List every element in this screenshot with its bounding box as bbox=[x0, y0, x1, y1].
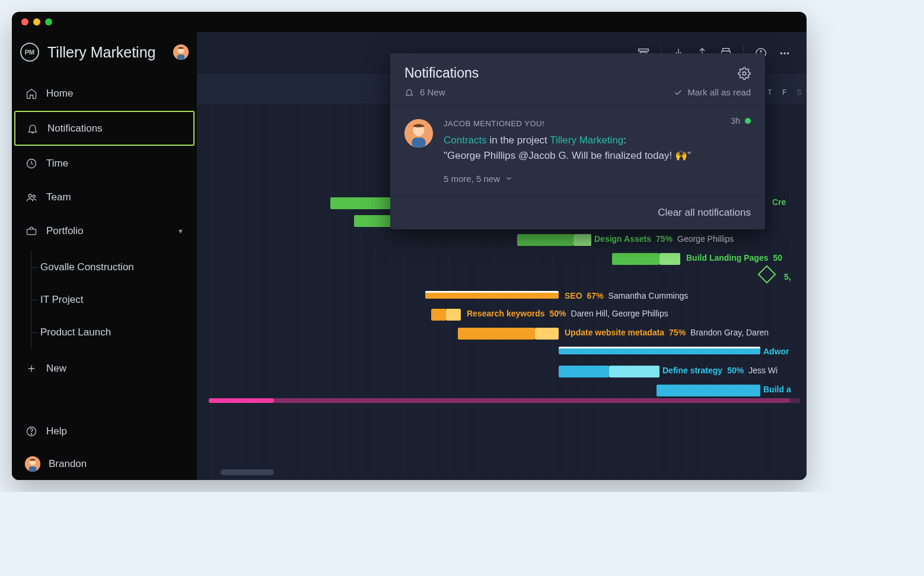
window-traffic-lights bbox=[12, 12, 807, 32]
gantt-bar-label: Build a bbox=[763, 385, 791, 394]
gantt-bar-remaining bbox=[446, 309, 461, 321]
gantt-bar-remaining bbox=[535, 328, 559, 340]
gantt-bar-label: Define strategy50%Jess Wi bbox=[662, 366, 778, 375]
new-count: 6 New bbox=[420, 87, 445, 97]
svg-point-8 bbox=[31, 433, 31, 434]
sidebar-item-time[interactable]: Time bbox=[12, 147, 197, 180]
popover-title: Notifications bbox=[404, 65, 479, 81]
gantt-bar-label: Research keywords50%Daren Hill, George P… bbox=[467, 309, 668, 318]
svg-point-21 bbox=[760, 50, 761, 52]
chevron-down-icon bbox=[505, 174, 513, 183]
app-window: PM Tillery Marketing Home Notifications bbox=[12, 12, 807, 480]
close-window-icon[interactable] bbox=[21, 18, 28, 25]
progress-track-bg bbox=[209, 398, 801, 403]
gantt-bar-label: 5, bbox=[784, 272, 791, 281]
portfolio-sublist: Govalle Construction IT Project Product … bbox=[12, 249, 197, 352]
sidebar-item-label: Notifications bbox=[47, 123, 103, 135]
sidebar-item-label: Time bbox=[46, 158, 68, 169]
svg-point-22 bbox=[780, 52, 782, 54]
header-avatar[interactable] bbox=[173, 44, 189, 60]
gantt-bar-label: Cre bbox=[772, 197, 786, 207]
avatar bbox=[25, 456, 40, 472]
portfolio-child[interactable]: Product Launch bbox=[40, 316, 197, 348]
gear-icon[interactable] bbox=[738, 67, 751, 80]
sidebar-item-portfolio[interactable]: Portfolio ▼ bbox=[12, 215, 197, 247]
svg-point-23 bbox=[783, 52, 785, 54]
progress-track-fill bbox=[209, 398, 268, 403]
portfolio-child[interactable]: IT Project bbox=[40, 283, 197, 316]
gantt-bar-label: Update website metadata75%Brandon Gray, … bbox=[565, 328, 769, 337]
more-icon[interactable] bbox=[778, 47, 791, 60]
bell-small-icon bbox=[404, 88, 414, 97]
sidebar-item-label: Home bbox=[46, 88, 73, 100]
notification-time: 3h bbox=[731, 116, 751, 126]
svg-rect-11 bbox=[29, 466, 37, 471]
sidebar-user[interactable]: Brandon bbox=[12, 447, 197, 480]
mark-all-read-button[interactable]: Mark all as read bbox=[673, 87, 751, 97]
mark-all-label: Mark all as read bbox=[687, 87, 751, 97]
sidebar-user-name: Brandon bbox=[49, 458, 87, 470]
sidebar-item-label: Portfolio bbox=[46, 225, 83, 237]
svg-point-4 bbox=[28, 194, 31, 197]
home-icon bbox=[25, 88, 38, 100]
notification-expand[interactable]: 5 more, 5 new bbox=[444, 172, 751, 184]
sidebar-item-new[interactable]: New bbox=[12, 352, 197, 385]
notification-text: Contracts in the project Tillery Marketi… bbox=[444, 133, 751, 148]
gantt-bar-remaining bbox=[609, 366, 659, 377]
gantt-bar[interactable] bbox=[517, 234, 573, 246]
gantt-bar-label: Build Landing Pages50 bbox=[686, 253, 782, 263]
sidebar: PM Tillery Marketing Home Notifications bbox=[12, 32, 197, 480]
notification-link[interactable]: Contracts bbox=[444, 135, 487, 146]
sidebar-item-label: Team bbox=[46, 191, 71, 203]
minimize-window-icon[interactable] bbox=[33, 18, 40, 25]
avatar bbox=[404, 119, 433, 148]
maximize-window-icon[interactable] bbox=[45, 18, 52, 25]
sidebar-item-home[interactable]: Home bbox=[12, 77, 197, 110]
notifications-popover: Notifications 6 New Mark all as read bbox=[390, 53, 765, 229]
gantt-bar[interactable] bbox=[559, 347, 760, 354]
gantt-bar-remaining bbox=[573, 234, 591, 246]
bell-icon bbox=[26, 123, 39, 135]
notification-link[interactable]: Tillery Marketing bbox=[550, 135, 623, 146]
app-logo: PM bbox=[20, 43, 39, 62]
briefcase-icon bbox=[25, 225, 38, 237]
workspace-title[interactable]: Tillery Marketing bbox=[47, 44, 155, 61]
gantt-bar-label: SEO67%Samantha Cummings bbox=[565, 291, 688, 300]
gantt-bar-label: Adwor bbox=[763, 347, 789, 356]
gantt-bar-remaining bbox=[659, 253, 680, 265]
gantt-bar[interactable] bbox=[612, 253, 659, 265]
portfolio-child[interactable]: Govalle Construction bbox=[40, 251, 197, 283]
svg-point-24 bbox=[787, 52, 789, 54]
chevron-down-icon: ▼ bbox=[177, 228, 184, 235]
plus-icon bbox=[25, 363, 38, 374]
gantt-bar[interactable] bbox=[431, 309, 446, 321]
gantt-bar[interactable] bbox=[657, 385, 760, 396]
svg-rect-28 bbox=[412, 137, 426, 148]
svg-point-5 bbox=[33, 195, 35, 197]
sidebar-item-notifications[interactable]: Notifications bbox=[14, 111, 195, 146]
gantt-bar-label: Design Assets75%George Phillips bbox=[594, 234, 734, 244]
notification-item[interactable]: JACOB MENTIONED YOU! Contracts in the pr… bbox=[390, 106, 765, 196]
svg-point-25 bbox=[743, 72, 746, 75]
clear-all-button[interactable]: Clear all notifications bbox=[390, 196, 765, 229]
unread-dot-icon bbox=[745, 118, 751, 124]
horizontal-scrollbar[interactable] bbox=[221, 469, 274, 475]
sidebar-item-label: New bbox=[46, 363, 66, 375]
gantt-bar[interactable] bbox=[425, 291, 559, 299]
svg-rect-2 bbox=[177, 55, 185, 60]
svg-rect-6 bbox=[27, 229, 36, 234]
sidebar-item-help[interactable]: Help bbox=[12, 415, 197, 447]
main-area: APR, 24 '22 MAY, 1 '22 FSSMTWTFSSMTWTFS … bbox=[197, 32, 807, 480]
gantt-bar[interactable] bbox=[559, 366, 609, 377]
svg-rect-12 bbox=[639, 49, 649, 52]
sidebar-item-team[interactable]: Team bbox=[12, 181, 197, 213]
check-icon bbox=[673, 88, 683, 97]
notification-body: "George Phillips @Jacob G. Will be final… bbox=[444, 148, 751, 164]
help-icon bbox=[25, 425, 38, 437]
sidebar-item-label: Help bbox=[46, 425, 67, 437]
gantt-bar[interactable] bbox=[458, 328, 535, 340]
team-icon bbox=[25, 191, 38, 203]
day-cell: F bbox=[777, 88, 792, 97]
clock-icon bbox=[25, 158, 38, 169]
notification-from: JACOB MENTIONED YOU! bbox=[444, 119, 751, 128]
